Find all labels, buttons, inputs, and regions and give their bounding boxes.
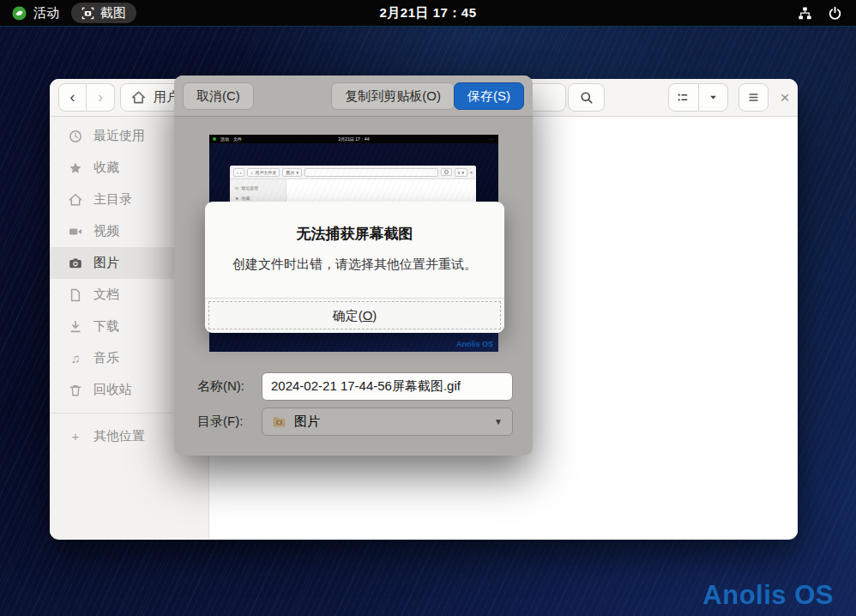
video-camera-icon bbox=[69, 225, 82, 239]
close-icon: × bbox=[780, 88, 789, 107]
error-message: 创建文件时出错，请选择其他位置并重试。 bbox=[205, 257, 504, 273]
plus-icon: + bbox=[69, 430, 82, 443]
preview-mini-search bbox=[441, 168, 452, 176]
view-options-button[interactable] bbox=[699, 83, 729, 112]
music-icon: ♫ bbox=[69, 352, 82, 365]
error-title: 无法捕获屏幕截图 bbox=[205, 224, 504, 244]
list-view-button[interactable] bbox=[668, 83, 699, 112]
desktop: Anolis OS 活动 截图 2月21日 17：45 bbox=[0, 0, 856, 616]
dropdown-caret-icon: ▼ bbox=[494, 417, 503, 426]
camera-icon bbox=[69, 257, 82, 270]
folder-dropdown[interactable]: 图片 ▼ bbox=[262, 408, 513, 436]
preview-mini-app: 文件 bbox=[233, 136, 242, 142]
ok-label-suffix: ) bbox=[372, 308, 377, 323]
clock[interactable]: 2月21日 17：45 bbox=[379, 5, 476, 21]
cancel-label: 取消(C) bbox=[196, 88, 240, 105]
back-icon: ‹ bbox=[70, 88, 75, 106]
screenshot-camera-icon bbox=[81, 7, 94, 20]
network-icon[interactable] bbox=[798, 6, 812, 21]
search-button[interactable] bbox=[568, 83, 605, 112]
screenshot-app-indicator[interactable]: 截图 bbox=[71, 3, 136, 23]
preview-mini-titlebar: ‹› ⌂ 用户文件夹 图片 ▾ ≡ ▾ × bbox=[230, 166, 476, 179]
ok-label-mnemonic: O bbox=[363, 308, 373, 323]
hamburger-menu-button[interactable] bbox=[738, 83, 769, 112]
clock-icon bbox=[69, 130, 82, 143]
sidebar-item-label: 其他位置 bbox=[93, 428, 145, 444]
home-icon bbox=[69, 193, 82, 207]
view-toggle-split-button bbox=[668, 83, 728, 112]
preview-mini-clock: 2月21日 17：44 bbox=[339, 136, 370, 142]
copy-to-clipboard-button[interactable]: 复制到剪贴板(O) bbox=[331, 82, 455, 110]
save-dialog-header[interactable]: 取消(C) 复制到剪贴板(O) 保存(S) bbox=[174, 75, 533, 117]
back-button[interactable]: ‹ bbox=[58, 83, 87, 112]
sidebar-item-label: 主目录 bbox=[93, 191, 132, 208]
preview-mini-logo bbox=[213, 137, 216, 141]
forward-icon: › bbox=[98, 88, 103, 106]
preview-mini-view-buttons: ≡ ▾ bbox=[455, 168, 467, 177]
sidebar-item-label: 图片 bbox=[93, 255, 119, 271]
preview-mini-activities: 活动 bbox=[220, 136, 229, 142]
preview-mini-nav: ‹› bbox=[233, 168, 244, 177]
save-screenshot-dialog: 取消(C) 复制到剪贴板(O) 保存(S) 活动 文件 2月21日 17：44 … bbox=[174, 75, 533, 456]
filename-input[interactable] bbox=[262, 372, 513, 401]
distro-logo-icon bbox=[12, 6, 27, 21]
star-icon bbox=[69, 161, 82, 175]
preview-mini-location-entry bbox=[304, 168, 438, 177]
forward-button[interactable]: › bbox=[87, 83, 115, 112]
power-icon[interactable] bbox=[828, 6, 842, 21]
folder-value: 图片 bbox=[294, 414, 320, 430]
cancel-button[interactable]: 取消(C) bbox=[183, 82, 254, 110]
activities-button[interactable]: 活动 bbox=[12, 5, 59, 21]
preview-mini-topbar: 活动 文件 2月21日 17：44 ·· bbox=[209, 135, 498, 143]
preview-mini-path-current: 图片 ▾ bbox=[282, 168, 302, 177]
sidebar-item-label: 视频 bbox=[93, 223, 119, 239]
search-icon bbox=[580, 91, 594, 105]
ok-button[interactable]: 确定(O) bbox=[205, 298, 504, 333]
copy-label: 复制到剪贴板(O) bbox=[345, 88, 441, 105]
trash-icon bbox=[69, 383, 82, 397]
sidebar-item-label: 文档 bbox=[93, 287, 119, 303]
error-dialog: 无法捕获屏幕截图 创建文件时出错，请选择其他位置并重试。 确定(O) bbox=[205, 202, 504, 333]
home-icon bbox=[131, 90, 146, 105]
top-bar: 活动 截图 2月21日 17：45 bbox=[0, 0, 856, 27]
sidebar-item-label: 收藏 bbox=[93, 160, 119, 176]
name-label: 名称(N): bbox=[197, 372, 244, 401]
ok-label-prefix: 确定( bbox=[333, 308, 363, 323]
sidebar-item-label: 最近使用 bbox=[93, 128, 145, 144]
preview-mini-path-home: ⌂ 用户文件夹 bbox=[247, 168, 280, 177]
sidebar-item-label: 回收站 bbox=[93, 382, 132, 398]
preview-mini-brand: Anolis OS bbox=[456, 340, 493, 348]
pictures-folder-icon bbox=[272, 414, 286, 429]
folder-label: 目录(F): bbox=[197, 408, 243, 436]
document-icon bbox=[69, 288, 82, 302]
sidebar-item-label: 下载 bbox=[93, 318, 119, 335]
save-label: 保存(S) bbox=[467, 88, 510, 105]
list-view-icon bbox=[677, 91, 690, 104]
save-button[interactable]: 保存(S) bbox=[454, 82, 524, 110]
preview-mini-close: × bbox=[470, 170, 473, 175]
activities-label: 活动 bbox=[33, 5, 59, 21]
sidebar-item-label: 音乐 bbox=[93, 350, 119, 366]
preview-mini-status-icons: ·· bbox=[489, 136, 495, 142]
download-icon bbox=[69, 320, 82, 334]
hamburger-menu-icon bbox=[747, 91, 760, 104]
wallpaper-brand: Anolis OS bbox=[702, 580, 834, 611]
window-close-button[interactable]: × bbox=[774, 83, 796, 112]
chevron-down-icon bbox=[708, 93, 718, 102]
screenshot-app-label: 截图 bbox=[100, 5, 126, 21]
